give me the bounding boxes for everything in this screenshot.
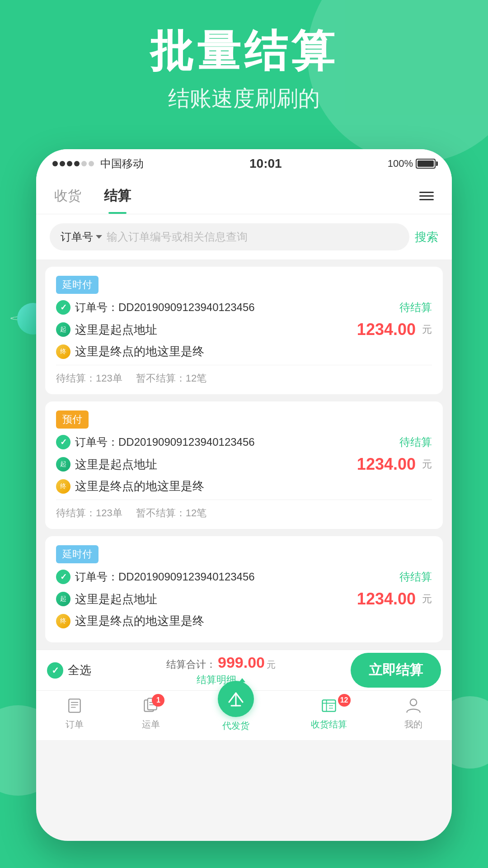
total-amount: 999.00 bbox=[218, 654, 265, 671]
start-location-row-3: 起 这里是起点地址 1234.00 元 bbox=[56, 590, 432, 609]
my-icon bbox=[404, 696, 423, 716]
nav-item-dispatch[interactable]: 代发货 bbox=[218, 694, 254, 732]
end-address-1: 这里是终点的地这里是终 bbox=[75, 344, 432, 359]
start-location-icon-1: 起 bbox=[56, 322, 70, 337]
status-bar: 中国移动 10:01 100% bbox=[36, 149, 452, 178]
detail-row[interactable]: 结算明细 bbox=[99, 673, 343, 687]
battery-fill bbox=[418, 160, 434, 167]
search-type-label: 订单号 bbox=[61, 230, 93, 244]
search-input-container: 订单号 输入订单编号或相关信息查询 bbox=[50, 223, 409, 250]
search-placeholder: 输入订单编号或相关信息查询 bbox=[107, 230, 399, 244]
signal-dot-6 bbox=[89, 161, 94, 166]
start-location-row-2: 起 这里是起点地址 1234.00 元 bbox=[56, 455, 432, 474]
amount-unit-1: 元 bbox=[422, 323, 432, 336]
end-location-icon-2: 终 bbox=[56, 479, 70, 494]
order-summary-2: 待结算：123单 暂不结算：12笔 bbox=[56, 500, 432, 520]
order-row-2: 订单号：DD20190909123940123456 待结算 bbox=[56, 435, 432, 449]
bottom-navigation: 订单 1 运单 代 bbox=[36, 690, 452, 740]
signal-dot-3 bbox=[67, 161, 72, 166]
orders-icon bbox=[65, 696, 84, 716]
pending-count-2: 待结算：123单 bbox=[56, 506, 122, 520]
start-address-2: 这里是起点地址 bbox=[75, 457, 352, 472]
order-card-2: 预付 订单号：DD20190909123940123456 待结算 起 这里是起… bbox=[45, 401, 443, 529]
select-all-label: 全选 bbox=[68, 662, 91, 678]
total-label: 结算合计： bbox=[166, 658, 216, 671]
order-row-3: 订单号：DD20190909123940123456 待结算 bbox=[56, 570, 432, 584]
menu-icon[interactable] bbox=[419, 192, 434, 200]
amount-1: 1234.00 bbox=[357, 320, 416, 339]
status-battery: 100% bbox=[388, 158, 436, 170]
nav-item-waybill[interactable]: 1 运单 bbox=[141, 696, 161, 731]
battery-percent: 100% bbox=[388, 158, 413, 170]
nav-tabs: 收货 结算 bbox=[36, 178, 452, 214]
start-location-row-1: 起 这里是起点地址 1234.00 元 bbox=[56, 320, 432, 339]
carrier-name: 中国移动 bbox=[100, 156, 144, 171]
signal-dot-5 bbox=[81, 161, 87, 166]
start-location-icon-2: 起 bbox=[56, 457, 70, 472]
nav-item-orders[interactable]: 订单 bbox=[65, 696, 84, 731]
search-button[interactable]: 搜索 bbox=[415, 229, 438, 245]
amount-2: 1234.00 bbox=[357, 455, 416, 474]
order-tag-3: 延时付 bbox=[56, 545, 99, 563]
tab-receive[interactable]: 收货 bbox=[54, 178, 81, 214]
status-time: 10:01 bbox=[249, 156, 282, 171]
search-bar: 订单号 输入订单编号或相关信息查询 搜索 bbox=[36, 214, 452, 259]
content-area: 延时付 订单号：DD20190909123940123456 待结算 起 这里是… bbox=[36, 259, 452, 650]
order-tag-2: 预付 bbox=[56, 410, 89, 429]
page-title: 批量结算 bbox=[0, 27, 488, 75]
order-number-1: 订单号：DD20190909123940123456 bbox=[75, 300, 395, 315]
settle-button[interactable]: 立即结算 bbox=[351, 653, 441, 688]
end-location-row-2: 终 这里是终点的地这里是终 bbox=[56, 478, 432, 494]
end-location-row-3: 终 这里是终点的地这里是终 bbox=[56, 613, 432, 629]
select-all-checkbox[interactable] bbox=[47, 662, 63, 679]
menu-line-1 bbox=[419, 192, 434, 193]
signal-dot-4 bbox=[74, 161, 80, 166]
nav-label-receive-settle: 收货结算 bbox=[311, 718, 347, 731]
tab-settle[interactable]: 结算 bbox=[104, 178, 131, 214]
status-badge-3: 待结算 bbox=[399, 570, 432, 584]
amount-unit-3: 元 bbox=[422, 592, 432, 606]
svg-rect-0 bbox=[69, 699, 80, 712]
receive-settle-icon bbox=[319, 696, 339, 716]
header-section: 批量结算 结账速度刷刷的 bbox=[0, 27, 488, 113]
svg-point-15 bbox=[410, 699, 417, 706]
order-tag-1: 延时付 bbox=[56, 276, 99, 294]
order-number-2: 订单号：DD20190909123940123456 bbox=[75, 435, 395, 449]
nav-label-my: 我的 bbox=[404, 718, 422, 731]
page-subtitle: 结账速度刷刷的 bbox=[0, 84, 488, 113]
order-row-1: 订单号：DD20190909123940123456 待结算 bbox=[56, 300, 432, 315]
start-address-3: 这里是起点地址 bbox=[75, 591, 352, 607]
nav-item-my[interactable]: 我的 bbox=[404, 696, 423, 731]
end-location-icon-3: 终 bbox=[56, 614, 70, 628]
pending-count-1: 待结算：123单 bbox=[56, 372, 122, 385]
signal-dot-1 bbox=[52, 161, 58, 166]
total-section: 结算合计： 999.00 元 结算明细 bbox=[99, 654, 343, 687]
end-address-2: 这里是终点的地这里是终 bbox=[75, 478, 432, 494]
nav-label-waybill: 运单 bbox=[142, 718, 160, 731]
end-address-3: 这里是终点的地这里是终 bbox=[75, 613, 432, 629]
nav-item-receive-settle[interactable]: 12 收货结算 bbox=[311, 696, 347, 731]
chevron-down-icon bbox=[96, 235, 102, 239]
amount-3: 1234.00 bbox=[357, 590, 416, 609]
nav-label-orders: 订单 bbox=[66, 718, 84, 731]
search-type-selector[interactable]: 订单号 bbox=[61, 230, 102, 244]
no-settle-count-2: 暂不结算：12笔 bbox=[136, 506, 206, 520]
menu-line-2 bbox=[419, 195, 434, 197]
order-summary-1: 待结算：123单 暂不结算：12笔 bbox=[56, 365, 432, 385]
waybill-badge: 1 bbox=[152, 694, 164, 707]
order-card-1: 延时付 订单号：DD20190909123940123456 待结算 起 这里是… bbox=[45, 267, 443, 394]
select-all-area[interactable]: 全选 bbox=[47, 662, 91, 679]
signal-dots bbox=[52, 161, 94, 166]
signal-area: 中国移动 bbox=[52, 156, 144, 171]
total-unit: 元 bbox=[267, 659, 276, 671]
receive-settle-badge: 12 bbox=[338, 694, 351, 707]
amount-unit-2: 元 bbox=[422, 458, 432, 471]
phone-mockup: 中国移动 10:01 100% 收货 结算 订单号 输 bbox=[36, 149, 452, 841]
status-badge-1: 待结算 bbox=[399, 300, 432, 315]
check-icon-2[interactable] bbox=[56, 435, 70, 449]
signal-dot-2 bbox=[60, 161, 65, 166]
nav-label-dispatch: 代发货 bbox=[222, 720, 249, 732]
check-icon-1[interactable] bbox=[56, 300, 70, 315]
dispatch-icon-wrap bbox=[218, 681, 254, 717]
check-icon-3[interactable] bbox=[56, 570, 70, 584]
